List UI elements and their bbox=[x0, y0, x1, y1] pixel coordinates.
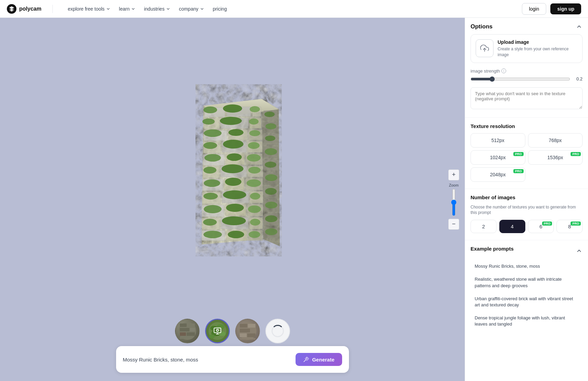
svg-point-20 bbox=[249, 130, 260, 136]
svg-point-56 bbox=[248, 205, 261, 213]
svg-point-83 bbox=[265, 188, 277, 195]
example-chevron-icon[interactable] bbox=[576, 247, 583, 254]
svg-rect-110 bbox=[240, 333, 247, 337]
texture-resolution-title: Texture resolution bbox=[471, 123, 583, 129]
example-prompt-3[interactable]: Urban graffiti-covered brick wall with v… bbox=[471, 292, 583, 312]
num-images-grid: 2 4 6 PRO 8 PRO bbox=[471, 220, 583, 233]
svg-rect-93 bbox=[190, 328, 195, 331]
texture-resolution-section: Texture resolution 512px 768px 1024px PR… bbox=[465, 117, 588, 187]
resolution-768[interactable]: 768px bbox=[528, 133, 583, 148]
nav-company[interactable]: company bbox=[175, 3, 209, 14]
info-icon[interactable]: i bbox=[501, 68, 506, 73]
thumbnail-loading[interactable] bbox=[265, 319, 290, 343]
svg-point-88 bbox=[265, 228, 277, 235]
num-images-title: Number of images bbox=[471, 194, 583, 200]
svg-point-38 bbox=[248, 167, 261, 174]
thumbnail-2-active[interactable] bbox=[205, 319, 230, 343]
svg-point-36 bbox=[203, 167, 216, 174]
svg-rect-111 bbox=[247, 333, 255, 337]
svg-point-49 bbox=[223, 190, 246, 199]
image-strength-slider[interactable] bbox=[471, 76, 570, 82]
num-8[interactable]: 8 PRO bbox=[556, 220, 583, 233]
svg-point-62 bbox=[250, 219, 260, 226]
svg-point-14 bbox=[249, 118, 259, 125]
svg-rect-92 bbox=[180, 328, 189, 331]
svg-point-66 bbox=[203, 231, 222, 238]
svg-point-44 bbox=[247, 179, 261, 187]
svg-point-6 bbox=[203, 106, 217, 113]
svg-point-61 bbox=[222, 216, 246, 225]
svg-point-8 bbox=[250, 106, 260, 112]
svg-point-104 bbox=[216, 329, 218, 331]
svg-rect-103 bbox=[214, 328, 221, 333]
number-of-images-section: Number of images Choose the number of te… bbox=[465, 189, 588, 239]
resolution-1536[interactable]: 1536px PRO bbox=[528, 150, 583, 165]
nav-learn[interactable]: learn bbox=[115, 3, 140, 14]
svg-point-30 bbox=[204, 154, 221, 162]
upload-icon-wrap bbox=[476, 39, 493, 57]
svg-point-60 bbox=[203, 219, 217, 226]
model-area bbox=[0, 18, 465, 313]
example-prompt-2[interactable]: Realistic, weathered stone wall with int… bbox=[471, 273, 583, 292]
pro-badge-8: PRO bbox=[571, 221, 581, 226]
upload-title: Upload image bbox=[498, 39, 577, 45]
logo-icon bbox=[7, 4, 16, 14]
wand-icon bbox=[303, 356, 309, 363]
logo[interactable]: polycam bbox=[7, 4, 41, 14]
svg-point-50 bbox=[250, 193, 260, 200]
svg-point-32 bbox=[247, 154, 261, 162]
num-images-desc: Choose the number of textures you want t… bbox=[471, 204, 583, 216]
prompt-input[interactable] bbox=[123, 357, 292, 363]
svg-rect-90 bbox=[180, 323, 187, 327]
svg-rect-109 bbox=[251, 329, 255, 332]
resolution-2048[interactable]: 2048px PRO bbox=[471, 167, 525, 182]
nav-explore[interactable]: explore free tools bbox=[64, 3, 115, 14]
svg-rect-91 bbox=[187, 323, 195, 327]
svg-rect-112 bbox=[240, 338, 255, 340]
image-strength-slider-row: 0.2 bbox=[471, 76, 583, 82]
upload-desc: Create a style from your own reference i… bbox=[498, 46, 577, 58]
example-prompts-header: Example prompts bbox=[471, 246, 583, 256]
num-6[interactable]: 6 PRO bbox=[528, 220, 554, 233]
svg-point-76 bbox=[265, 148, 277, 155]
num-4[interactable]: 4 bbox=[499, 220, 525, 233]
thumbnail-1[interactable] bbox=[175, 319, 200, 343]
example-prompts-section: Example prompts Mossy Runic Bricks, ston… bbox=[465, 240, 588, 336]
resolution-1024[interactable]: 1024px PRO bbox=[471, 150, 525, 165]
model-svg bbox=[174, 75, 291, 256]
main-layout: + Zoom − bbox=[0, 18, 588, 381]
navigation: polycam explore free tools learn industr… bbox=[0, 0, 588, 18]
negative-prompt-input[interactable] bbox=[471, 87, 583, 109]
thumbnail-3[interactable] bbox=[235, 319, 260, 343]
3d-viewport: + Zoom − bbox=[0, 18, 465, 381]
svg-point-67 bbox=[228, 231, 244, 238]
nav-divider bbox=[52, 5, 53, 13]
svg-point-84 bbox=[265, 202, 277, 208]
svg-point-13 bbox=[220, 117, 242, 125]
svg-rect-106 bbox=[240, 324, 247, 328]
upload-card[interactable]: Upload image Create a style from your ow… bbox=[471, 34, 583, 63]
image-strength-label: image strength i bbox=[471, 68, 583, 74]
pro-badge-1024: PRO bbox=[513, 152, 524, 156]
signup-button[interactable]: sign up bbox=[550, 3, 581, 14]
nav-pricing[interactable]: pricing bbox=[209, 3, 231, 14]
login-button[interactable]: login bbox=[522, 3, 547, 15]
options-chevron-icon[interactable] bbox=[576, 23, 583, 30]
nav-actions: login sign up bbox=[522, 3, 581, 15]
example-prompt-4[interactable]: Dense tropical jungle foliage with lush,… bbox=[471, 312, 583, 331]
svg-point-43 bbox=[225, 178, 241, 186]
svg-point-18 bbox=[204, 129, 222, 137]
generate-button[interactable]: Generate bbox=[296, 353, 342, 366]
svg-point-31 bbox=[227, 153, 242, 161]
nav-industries[interactable]: industries bbox=[140, 3, 175, 14]
options-header: Options bbox=[465, 23, 588, 34]
svg-rect-107 bbox=[248, 324, 255, 328]
example-prompts-title: Example prompts bbox=[471, 246, 514, 252]
num-2[interactable]: 2 bbox=[471, 220, 497, 233]
svg-point-26 bbox=[248, 142, 260, 149]
svg-point-74 bbox=[265, 136, 275, 141]
svg-point-72 bbox=[265, 123, 276, 129]
example-prompt-1[interactable]: Mossy Runic Bricks, stone, moss bbox=[471, 260, 583, 273]
pro-badge-6: PRO bbox=[542, 221, 552, 226]
resolution-512[interactable]: 512px bbox=[471, 133, 525, 148]
